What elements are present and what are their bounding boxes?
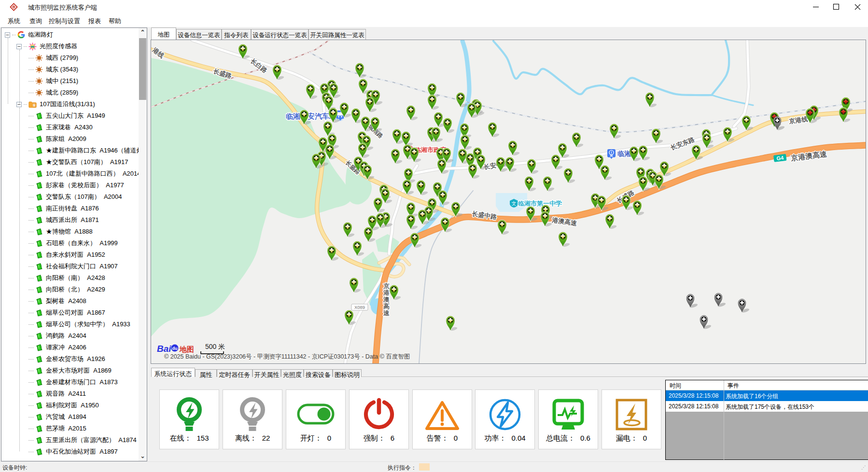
svg-text:港: 港 <box>383 289 390 296</box>
svg-text:地图: 地图 <box>179 345 194 353</box>
svg-text:文: 文 <box>512 201 517 206</box>
svg-text:临湘市第一中学: 临湘市第一中学 <box>518 200 562 207</box>
svg-text:G4: G4 <box>776 154 784 161</box>
svg-text:X089: X089 <box>354 305 365 310</box>
svg-text:澳: 澳 <box>383 296 390 303</box>
svg-text:高: 高 <box>383 303 390 310</box>
svg-text:Bai: Bai <box>157 344 171 354</box>
svg-text:© 2025 Baidu - GS(2023)3206号 -: © 2025 Baidu - GS(2023)3206号 - 甲测资字11111… <box>164 353 410 360</box>
svg-text:du: du <box>172 346 178 351</box>
svg-text:500 米: 500 米 <box>205 343 225 350</box>
svg-text:速: 速 <box>383 309 390 317</box>
svg-text:京: 京 <box>383 282 390 290</box>
